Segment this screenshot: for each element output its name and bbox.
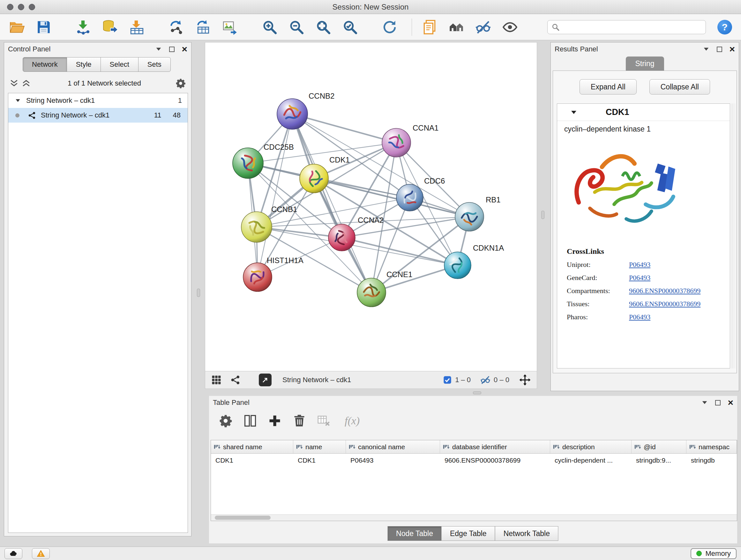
splitter-handle-bottom[interactable] bbox=[473, 391, 481, 394]
network-node-CCNA2[interactable] bbox=[328, 224, 355, 251]
cell-description[interactable]: cyclin-dependent ... bbox=[550, 456, 631, 464]
network-edge[interactable] bbox=[342, 238, 458, 265]
open-in-string-icon[interactable] bbox=[259, 374, 272, 386]
delete-column-trash-icon[interactable] bbox=[292, 414, 307, 428]
birds-eye-view-icon[interactable] bbox=[211, 374, 222, 385]
scrollbar-thumb[interactable] bbox=[215, 516, 271, 520]
column-header[interactable]: shared name bbox=[211, 440, 293, 453]
minimize-window-button[interactable] bbox=[18, 4, 24, 10]
export-image-icon[interactable] bbox=[222, 19, 238, 35]
column-header[interactable]: name bbox=[293, 440, 346, 453]
network-node-CDC6[interactable] bbox=[396, 184, 423, 211]
network-node-CCNB1[interactable] bbox=[241, 212, 272, 242]
network-node-CCNB2[interactable] bbox=[277, 99, 308, 129]
close-panel-icon[interactable]: × bbox=[728, 399, 733, 406]
float-panel-icon[interactable] bbox=[701, 399, 708, 406]
network-node-CDC25B[interactable] bbox=[232, 148, 263, 179]
warnings-button[interactable] bbox=[32, 548, 50, 559]
table-settings-gear-icon[interactable] bbox=[219, 414, 232, 428]
network-row-selected[interactable]: String Network – cdk1 11 48 bbox=[8, 108, 188, 123]
tab-network-table[interactable]: Network Table bbox=[495, 526, 558, 541]
network-node-HIST1H1A[interactable] bbox=[243, 263, 272, 292]
cell-id[interactable]: stringdb:9... bbox=[631, 456, 686, 464]
results-scrollbar[interactable] bbox=[732, 104, 736, 368]
import-network-file-icon[interactable] bbox=[75, 19, 91, 35]
network-node-RB1[interactable] bbox=[455, 202, 484, 231]
network-node-CDKN1A[interactable] bbox=[444, 252, 471, 279]
close-panel-icon[interactable]: × bbox=[729, 46, 735, 52]
help-button[interactable]: ? bbox=[718, 20, 732, 35]
open-session-icon[interactable] bbox=[9, 19, 25, 35]
zoom-out-icon[interactable] bbox=[288, 19, 305, 35]
tab-style[interactable]: Style bbox=[67, 57, 101, 72]
crosslink-link[interactable]: P06493 bbox=[629, 273, 650, 282]
collapse-all-icon[interactable] bbox=[9, 78, 19, 88]
save-session-icon[interactable] bbox=[36, 19, 52, 35]
string-network-icon[interactable] bbox=[230, 374, 241, 385]
column-header[interactable]: namespac bbox=[686, 440, 737, 453]
zoom-window-button[interactable] bbox=[29, 4, 35, 10]
apply-layout-icon[interactable] bbox=[382, 19, 398, 35]
tab-node-table[interactable]: Node Table bbox=[387, 526, 442, 541]
splitter-handle-right[interactable] bbox=[541, 211, 544, 219]
splitter-handle-left[interactable] bbox=[197, 289, 200, 297]
network-edge[interactable] bbox=[292, 114, 372, 293]
import-table-icon[interactable] bbox=[129, 19, 145, 35]
zoom-in-icon[interactable] bbox=[262, 19, 278, 35]
selected-count-checkbox-icon[interactable] bbox=[443, 375, 452, 384]
column-header[interactable]: @id bbox=[631, 440, 686, 453]
network-canvas[interactable]: CCNB2CCNA1CDC25BCDK1CDC6RB1CCNB1CCNA2CDK… bbox=[205, 42, 537, 371]
crosslink-link[interactable]: P06493 bbox=[629, 313, 650, 321]
network-collection-row[interactable]: String Network – cdk1 1 bbox=[8, 93, 188, 108]
network-node-CCNA1[interactable] bbox=[382, 128, 411, 157]
zoom-fit-icon[interactable] bbox=[315, 19, 331, 35]
add-column-icon[interactable] bbox=[268, 414, 282, 428]
search-input[interactable] bbox=[560, 21, 702, 33]
protein-card-header[interactable]: CDK1 bbox=[557, 104, 730, 121]
import-network-database-icon[interactable] bbox=[102, 19, 118, 35]
crosslink-link[interactable]: 9606.ENSP00000378699 bbox=[629, 300, 700, 308]
tab-edge-table[interactable]: Edge Table bbox=[441, 526, 495, 541]
collapse-all-button[interactable]: Collapse All bbox=[650, 79, 710, 95]
results-tab-string[interactable]: String bbox=[625, 57, 664, 71]
network-node-CDK1[interactable] bbox=[300, 164, 328, 193]
maximize-panel-icon[interactable] bbox=[715, 400, 721, 406]
column-header[interactable]: database identifier bbox=[440, 440, 550, 453]
string-home-icon[interactable] bbox=[448, 19, 464, 35]
float-panel-icon[interactable] bbox=[703, 46, 710, 53]
new-network-from-table-icon[interactable] bbox=[195, 19, 211, 35]
zoom-selected-icon[interactable] bbox=[342, 19, 358, 35]
cloud-button[interactable] bbox=[4, 548, 22, 559]
network-edge[interactable] bbox=[258, 114, 292, 277]
close-panel-icon[interactable]: × bbox=[182, 46, 187, 52]
hide-selected-glasses-icon[interactable] bbox=[475, 19, 491, 35]
maximize-panel-icon[interactable] bbox=[169, 47, 175, 52]
column-header[interactable]: description bbox=[550, 440, 631, 453]
hidden-count-glasses-icon[interactable] bbox=[480, 375, 490, 385]
crosslink-link[interactable]: 9606.ENSP00000378699 bbox=[629, 287, 700, 295]
tab-select[interactable]: Select bbox=[100, 57, 138, 72]
maximize-panel-icon[interactable] bbox=[717, 47, 722, 52]
cell-name[interactable]: CDK1 bbox=[293, 456, 346, 464]
collapse-card-icon[interactable] bbox=[570, 109, 578, 116]
crosslink-link[interactable]: P06493 bbox=[629, 260, 650, 269]
cell-namespace[interactable]: stringdb bbox=[686, 456, 737, 464]
clone-network-icon[interactable] bbox=[169, 19, 185, 35]
cell-database-identifier[interactable]: 9606.ENSP00000378699 bbox=[440, 456, 550, 464]
copy-document-icon[interactable] bbox=[421, 19, 437, 35]
network-edge[interactable] bbox=[292, 114, 396, 143]
table-horizontal-scrollbar[interactable] bbox=[211, 514, 737, 521]
close-window-button[interactable] bbox=[7, 4, 13, 10]
tab-sets[interactable]: Sets bbox=[138, 57, 171, 72]
expand-all-icon[interactable] bbox=[21, 78, 31, 88]
toolbar-search-box[interactable] bbox=[547, 20, 706, 34]
collection-disclosure-icon[interactable] bbox=[15, 98, 21, 104]
network-graph[interactable]: CCNB2CCNA1CDC25BCDK1CDC6RB1CCNB1CCNA2CDK… bbox=[205, 43, 537, 371]
show-all-eye-icon[interactable] bbox=[502, 19, 518, 35]
column-header[interactable]: canonical name bbox=[346, 440, 440, 453]
network-options-gear-icon[interactable] bbox=[175, 78, 186, 89]
expand-all-button[interactable]: Expand All bbox=[580, 79, 636, 95]
move-crosshair-icon[interactable] bbox=[519, 374, 531, 386]
cell-canonical-name[interactable]: P06493 bbox=[346, 456, 440, 464]
cell-shared-name[interactable]: CDK1 bbox=[211, 456, 293, 464]
